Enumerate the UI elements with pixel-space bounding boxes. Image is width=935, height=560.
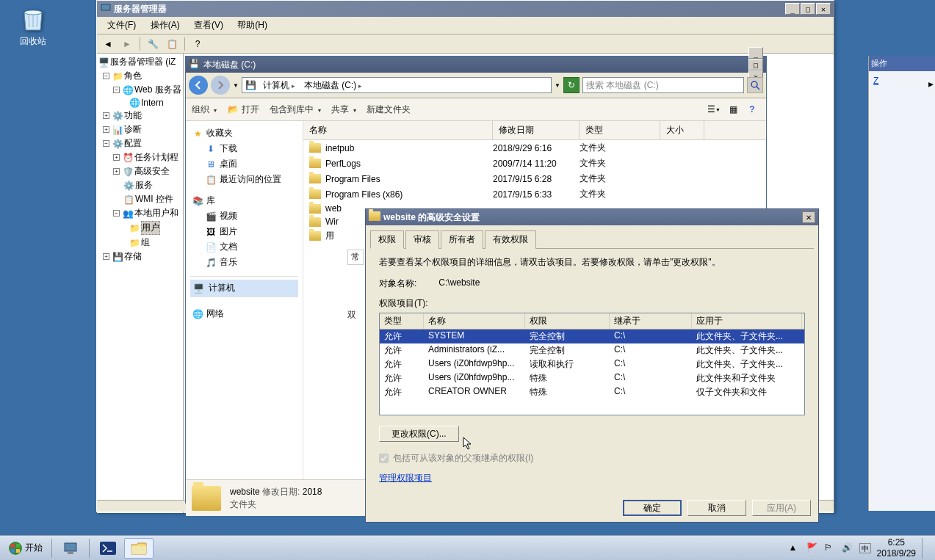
forward-button[interactable]: ► bbox=[119, 36, 135, 52]
sidebar-documents[interactable]: 📄文档 bbox=[190, 239, 298, 255]
recycle-bin[interactable]: 回收站 bbox=[7, 4, 59, 48]
help-button[interactable]: ? bbox=[744, 101, 760, 117]
sidebar-library[interactable]: 📚库 bbox=[190, 193, 298, 208]
maximize-button[interactable]: □ bbox=[801, 3, 815, 15]
tab-permissions[interactable]: 权限 bbox=[370, 230, 404, 249]
th-inherit[interactable]: 继承于 bbox=[610, 313, 692, 329]
permission-row[interactable]: 允许Users (iZ0hfdwp9hp...特殊C:\此文件夹和子文件夹 bbox=[380, 371, 804, 385]
th-type[interactable]: 类型 bbox=[380, 313, 424, 329]
tree-storage[interactable]: 存储 bbox=[124, 250, 142, 263]
menu-help[interactable]: 帮助(H) bbox=[231, 18, 273, 32]
nav-back-button[interactable] bbox=[189, 76, 208, 95]
tree-toggle[interactable]: − bbox=[113, 87, 120, 93]
tree-wmi[interactable]: WMI 控件 bbox=[135, 193, 173, 206]
tab-effective[interactable]: 有效权限 bbox=[485, 230, 536, 249]
sidebar-recent[interactable]: 📋最近访问的位置 bbox=[190, 172, 298, 187]
back-button[interactable]: ◄ bbox=[100, 36, 116, 52]
sidebar-pictures[interactable]: 🖼图片 bbox=[190, 224, 298, 239]
sidebar-favorites[interactable]: ★收藏夹 bbox=[190, 126, 298, 141]
newfolder-button[interactable]: 新建文件夹 bbox=[367, 103, 411, 116]
tree-web[interactable]: Web 服务器 bbox=[134, 84, 181, 96]
explorer-titlebar[interactable]: 💾 本地磁盘 (C:) _ □ ✕ bbox=[186, 57, 766, 73]
address-bar[interactable]: 💾 计算机 本地磁盘 (C:) bbox=[242, 77, 552, 93]
collapse-arrow-icon[interactable]: ▸ bbox=[928, 78, 934, 90]
file-row[interactable]: inetpub2018/9/29 6:16文件夹 bbox=[303, 140, 766, 156]
col-size[interactable]: 大小 bbox=[660, 121, 704, 139]
tree-services[interactable]: 服务 bbox=[135, 179, 153, 192]
tab-owner[interactable]: 所有者 bbox=[441, 230, 483, 249]
col-date[interactable]: 修改日期 bbox=[493, 121, 580, 139]
tree-diag[interactable]: 诊断 bbox=[124, 123, 142, 136]
tree-localusers[interactable]: 本地用户和 bbox=[134, 207, 178, 219]
maximize-button[interactable]: □ bbox=[748, 59, 763, 70]
menu-action[interactable]: 操作(A) bbox=[145, 18, 186, 32]
show-desktop-button[interactable] bbox=[922, 538, 928, 559]
th-apply[interactable]: 应用于 bbox=[692, 313, 802, 329]
manage-link[interactable]: 管理权限项目 bbox=[379, 472, 432, 484]
task-server-manager[interactable] bbox=[56, 538, 85, 559]
file-row[interactable]: Program Files (x86)2017/9/15 6:33文件夹 bbox=[303, 186, 766, 202]
tree-advsec[interactable]: 高级安全 bbox=[134, 165, 170, 178]
tree-internet[interactable]: Intern bbox=[141, 98, 164, 108]
breadcrumb-drive[interactable]: 本地磁盘 (C:) bbox=[301, 78, 365, 93]
help-icon[interactable]: ? bbox=[189, 36, 206, 52]
tree-toggle[interactable]: + bbox=[103, 253, 109, 260]
nav-forward-button[interactable] bbox=[211, 76, 230, 95]
change-permissions-button[interactable]: 更改权限(C)... bbox=[379, 426, 459, 442]
permission-row[interactable]: 允许SYSTEM完全控制C:\此文件夹、子文件夹... bbox=[380, 330, 804, 343]
action-icon[interactable]: 🔧 bbox=[145, 36, 161, 52]
file-row[interactable]: PerfLogs2009/7/14 11:20文件夹 bbox=[303, 156, 766, 171]
sidebar-videos[interactable]: 🎬视频 bbox=[190, 208, 298, 224]
minimize-button[interactable]: _ bbox=[748, 47, 763, 59]
tree-toggle[interactable]: + bbox=[113, 154, 120, 161]
tree-toggle[interactable]: − bbox=[103, 73, 109, 79]
sidebar-network[interactable]: 🌐网络 bbox=[190, 306, 298, 321]
permission-row[interactable]: 允许Users (iZ0hfdwp9hp...读取和执行C:\此文件夹、子文件夹… bbox=[380, 357, 804, 371]
start-button[interactable]: 开始 bbox=[3, 540, 48, 556]
taskbar-clock[interactable]: 6:25 2018/9/29 bbox=[877, 537, 916, 559]
tree-toggle[interactable]: + bbox=[103, 112, 109, 119]
minimize-button[interactable]: _ bbox=[785, 3, 800, 15]
ok-button[interactable]: 确定 bbox=[623, 500, 682, 516]
volume-icon[interactable]: 🔊 bbox=[842, 542, 853, 554]
action-link[interactable]: Z bbox=[873, 76, 878, 86]
tree-toggle[interactable]: − bbox=[103, 140, 109, 147]
chevron-down-icon[interactable]: ▼ bbox=[233, 82, 239, 89]
cancel-button[interactable]: 取消 bbox=[687, 500, 746, 516]
server-manager-titlebar[interactable]: 服务器管理器 _ □ ✕ bbox=[97, 1, 834, 17]
permission-row[interactable]: 允许Administrators (iZ...完全控制C:\此文件夹、子文件夹.… bbox=[380, 343, 804, 357]
sidebar-desktop[interactable]: 🖥桌面 bbox=[190, 156, 298, 172]
th-perm[interactable]: 权限 bbox=[525, 313, 610, 329]
menu-file[interactable]: 文件(F) bbox=[101, 18, 142, 32]
close-button[interactable]: ✕ bbox=[816, 3, 831, 15]
close-button[interactable]: ✕ bbox=[802, 211, 815, 223]
tree-roles[interactable]: 角色 bbox=[124, 70, 142, 82]
search-button[interactable] bbox=[747, 77, 763, 93]
breadcrumb-computer[interactable]: 计算机 bbox=[260, 78, 298, 93]
sidebar-music[interactable]: 🎵音乐 bbox=[190, 255, 298, 270]
tree-features[interactable]: 功能 bbox=[124, 109, 142, 122]
th-name[interactable]: 名称 bbox=[424, 313, 525, 329]
organize-menu[interactable]: 组织 bbox=[192, 103, 217, 116]
task-powershell[interactable] bbox=[93, 538, 123, 559]
share-menu[interactable]: 共享 bbox=[331, 103, 356, 116]
sidebar-computer[interactable]: 🖥️计算机 bbox=[190, 280, 298, 297]
preview-button[interactable]: ▦ bbox=[725, 101, 741, 117]
task-explorer[interactable] bbox=[124, 538, 154, 559]
view-button[interactable]: ☰▼ bbox=[706, 101, 722, 117]
open-button[interactable]: 📂打开 bbox=[227, 103, 259, 116]
search-input[interactable]: 搜索 本地磁盘 (C:) bbox=[582, 77, 744, 93]
flag-icon[interactable]: 🏳 bbox=[824, 542, 836, 554]
tree-users[interactable]: 用户 bbox=[141, 221, 160, 235]
tree-config[interactable]: 配置 bbox=[124, 137, 142, 150]
include-menu[interactable]: 包含到库中 bbox=[270, 103, 321, 116]
menu-view[interactable]: 查看(V) bbox=[188, 18, 229, 32]
action-center-icon[interactable]: 🚩 bbox=[806, 542, 818, 554]
file-row[interactable]: Program Files2017/9/15 6:28文件夹 bbox=[303, 171, 766, 186]
tree-toggle[interactable]: + bbox=[113, 168, 120, 175]
ime-icon[interactable]: 中 bbox=[859, 543, 871, 553]
dialog-titlebar[interactable]: website 的高级安全设置 ✕ bbox=[366, 209, 818, 225]
tree-root[interactable]: 服务器管理器 (iZ bbox=[110, 56, 176, 68]
tree-groups[interactable]: 组 bbox=[141, 236, 150, 249]
sidebar-downloads[interactable]: ⬇下载 bbox=[190, 141, 298, 156]
